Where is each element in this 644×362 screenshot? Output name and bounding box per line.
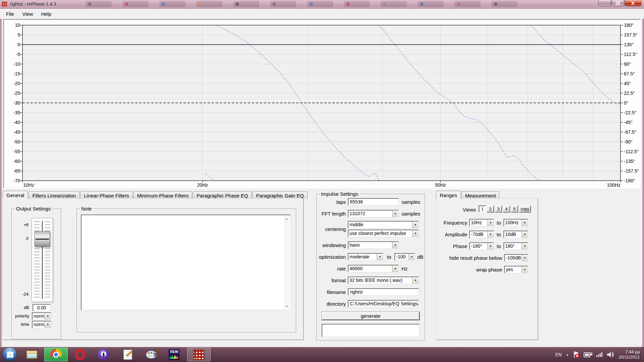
centering-select[interactable]: middle ▼ <box>348 221 419 229</box>
optimization-floor-select[interactable]: -100 ▼ <box>394 253 415 261</box>
chevron-down-icon[interactable]: ▼ <box>487 243 493 249</box>
tab-filters-linearization[interactable]: Filters Linearization <box>29 191 79 199</box>
chevron-down-icon[interactable]: ▼ <box>487 220 493 226</box>
views-button-3[interactable]: 3 <box>495 205 502 213</box>
frequency-from-select[interactable]: 10Hz ▼ <box>469 219 494 227</box>
directory-value: C:/Users/H/Desktop/EQ Settings/ <box>350 301 419 306</box>
chevron-down-icon[interactable]: ▼ <box>412 277 418 284</box>
hide-result-phase-select[interactable]: -100dB ▼ <box>504 254 528 262</box>
language-indicator[interactable]: EN <box>555 352 562 357</box>
frequency-from-value: 10Hz <box>470 220 487 226</box>
chevron-down-icon[interactable]: ▼ <box>392 210 398 217</box>
chevron-down-icon[interactable]: ▼ <box>487 231 493 238</box>
volume-icon[interactable] <box>606 351 614 358</box>
chevron-down-icon[interactable]: ▼ <box>392 265 398 272</box>
optimization-select[interactable]: moderate ▼ <box>348 253 383 261</box>
centering-mode-select[interactable]: use closest perfect impulse ▼ <box>348 230 419 237</box>
frequency-to-select[interactable]: 100Hz ▼ <box>503 219 528 227</box>
note-textarea[interactable]: ▲ ▼ <box>81 215 291 310</box>
amplitude-from-value: -70dB <box>470 231 487 238</box>
chevron-down-icon[interactable]: ▼ <box>45 321 51 328</box>
generate-button[interactable]: generate <box>322 312 420 320</box>
title-bar: rightst - rePhase 1.4.3 <box>0 0 644 9</box>
tab-minimum-phase-filters[interactable]: Minimum-Phase Filters <box>133 191 192 199</box>
taskbar-firefox-button[interactable] <box>93 348 114 361</box>
windowing-select[interactable]: hann ▼ <box>348 241 399 249</box>
taskbar-rephase-button[interactable] <box>187 348 211 361</box>
phase-to-select[interactable]: 180° ▼ <box>503 242 528 250</box>
fft-length-select[interactable]: 131072 ▼ <box>348 210 399 218</box>
clock[interactable]: 7:44 μμ 20/11/2021 <box>619 349 640 360</box>
taskbar-explorer-button[interactable] <box>21 348 42 361</box>
chevron-down-icon[interactable]: ▼ <box>522 266 528 273</box>
time-select[interactable]: norm ▼ <box>32 321 51 328</box>
chevron-down-icon[interactable]: ▼ <box>522 220 528 226</box>
rephase-icon <box>194 349 204 360</box>
background-browser-tab <box>381 1 407 7</box>
background-browser-tab <box>307 1 333 7</box>
views-button-4[interactable]: 4 <box>503 205 510 213</box>
tab-paragraphic-phase-eq[interactable]: Paragraphic Phase EQ <box>193 191 252 199</box>
amplitude-tick-label: 10 <box>6 23 20 28</box>
views-button-5[interactable]: 5 <box>511 205 518 213</box>
tab-measurement[interactable]: Measurement <box>462 191 500 199</box>
amplitude-to-select[interactable]: 10dB ▼ <box>503 231 528 238</box>
taskbar-rew-button[interactable]: REW V5.1 <box>164 348 184 361</box>
chevron-down-icon[interactable]: ▼ <box>522 243 528 249</box>
tab-linear-phase-filters[interactable]: Linear-Phase Filters <box>80 191 132 199</box>
note-scrollbar[interactable]: ▲ ▼ <box>284 216 289 309</box>
menu-file[interactable]: File <box>2 10 18 18</box>
optimization-to-label: to <box>387 254 391 260</box>
ranges-panel: Views 12345copy Frequency 10Hz ▼ to 100H… <box>436 198 538 340</box>
close-button[interactable] <box>625 0 641 6</box>
amplitude-from-select[interactable]: -70dB ▼ <box>469 231 494 238</box>
tab-paragraphic-gain-eq[interactable]: Paragraphic Gain EQ <box>252 191 308 199</box>
menu-help[interactable]: Help <box>37 10 55 18</box>
rate-select[interactable]: 48000 ▼ <box>348 265 399 273</box>
gain-fader[interactable] <box>32 218 53 302</box>
chevron-down-icon[interactable]: ▼ <box>45 313 51 319</box>
clock-time: 7:44 μμ <box>619 349 640 355</box>
taskbar-opera-button[interactable] <box>70 348 91 361</box>
filename-input[interactable]: rightst <box>348 288 419 296</box>
views-button-2[interactable]: 2 <box>487 205 494 213</box>
scroll-down-icon[interactable]: ▼ <box>284 304 289 309</box>
show-desktop-button[interactable] <box>641 347 644 362</box>
views-button-1[interactable]: 1 <box>479 205 486 213</box>
chevron-down-icon[interactable]: ▼ <box>522 255 528 261</box>
taskbar-chrome-button[interactable] <box>44 348 68 361</box>
action-center-flag-icon[interactable] <box>573 351 580 358</box>
chevron-down-icon[interactable]: ▼ <box>412 222 418 228</box>
views-button-copy[interactable]: copy <box>519 205 531 213</box>
background-browser-tab <box>491 1 518 7</box>
format-select[interactable]: 32 bits IEEE mono (.wav) ▼ <box>348 277 419 284</box>
network-signal-icon[interactable] <box>596 352 602 357</box>
chevron-down-icon[interactable]: ▼ <box>522 231 528 238</box>
battery-icon[interactable] <box>584 351 592 358</box>
scroll-up-icon[interactable]: ▲ <box>284 216 289 221</box>
phase-from-select[interactable]: -180° ▼ <box>469 242 494 250</box>
menu-view[interactable]: View <box>18 10 37 18</box>
taps-input[interactable]: 65536 <box>348 198 399 205</box>
fader-thumb[interactable] <box>35 231 50 247</box>
phase-tick-label: -22.5° <box>624 110 637 115</box>
chevron-down-icon[interactable]: ▼ <box>412 230 418 237</box>
chevron-down-icon[interactable]: ▼ <box>409 254 415 260</box>
polarity-select[interactable]: norm ▼ <box>32 312 51 320</box>
directory-input[interactable]: C:/Users/H/Desktop/EQ Settings/ <box>348 300 419 307</box>
tab-ranges[interactable]: Ranges <box>436 191 461 199</box>
show-hidden-icons-button[interactable]: ▲ <box>566 353 569 356</box>
minimize-button[interactable] <box>598 0 611 6</box>
chevron-down-icon[interactable]: ▼ <box>377 254 383 260</box>
phase-plot[interactable] <box>22 25 621 181</box>
taskbar-notepad-button[interactable] <box>117 348 138 361</box>
phase-tick-label: 22.5° <box>624 91 635 96</box>
maximize-button[interactable] <box>611 0 624 6</box>
db-input[interactable]: 0.00 <box>33 304 51 311</box>
wrap-phase-select[interactable]: yes ▼ <box>504 266 528 274</box>
impulse-settings-title: Impulse Settings <box>320 191 360 197</box>
chevron-down-icon[interactable]: ▼ <box>392 242 398 248</box>
start-button[interactable] <box>3 347 17 361</box>
tab-general[interactable]: General <box>3 191 28 199</box>
taskbar-paint-button[interactable] <box>141 348 162 361</box>
